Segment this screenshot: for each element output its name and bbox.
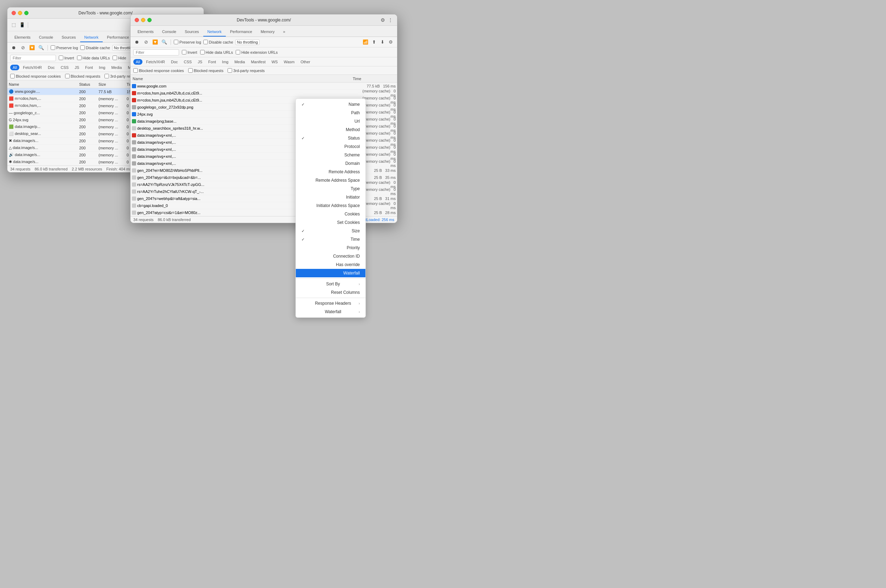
disable-cache-front[interactable]: Disable cache — [203, 40, 233, 44]
menu-item-waterfall-2[interactable]: Waterfall › — [296, 308, 366, 316]
menu-item-set-cookies[interactable]: Set Cookies — [296, 218, 366, 227]
type-doc-front[interactable]: Doc — [168, 59, 181, 64]
wifi-icon[interactable]: 📶 — [362, 39, 369, 46]
type-js-back[interactable]: JS — [72, 64, 81, 70]
type-media-back[interactable]: Media — [109, 64, 124, 70]
import-icon[interactable]: ⬆ — [370, 39, 378, 46]
maximize-button-front[interactable] — [147, 18, 152, 22]
menu-item-has-override[interactable]: Has override — [296, 260, 366, 269]
menu-item-type[interactable]: Type — [296, 184, 366, 193]
tab-console-front[interactable]: Console — [158, 27, 181, 36]
tab-elements-back[interactable]: Elements — [10, 33, 35, 42]
disable-cache-checkbox-front[interactable] — [203, 40, 208, 44]
blocked-response-front[interactable]: Blocked response cookies — [133, 68, 184, 73]
menu-item-scheme[interactable]: Scheme — [296, 151, 366, 159]
minimize-button-back[interactable] — [18, 11, 22, 15]
header-time-front[interactable]: Time — [350, 76, 393, 81]
clear-button-front[interactable]: ⊘ — [143, 39, 149, 46]
tab-sources-front[interactable]: Sources — [181, 27, 203, 36]
menu-item-initiator[interactable]: Initiator — [296, 193, 366, 201]
tab-network-back[interactable]: Network — [80, 33, 103, 42]
blocked-response-back[interactable]: Blocked response cookies — [10, 74, 61, 78]
menu-item-sort-by[interactable]: Sort By › — [296, 280, 366, 288]
export-icon[interactable]: ⬇ — [379, 39, 386, 46]
type-js-front[interactable]: JS — [195, 59, 205, 64]
close-button-back[interactable] — [12, 11, 16, 15]
blocked-requests-back[interactable]: Blocked requests — [65, 74, 100, 78]
inspect-icon[interactable]: ⬚ — [10, 21, 17, 28]
type-font-back[interactable]: Font — [83, 64, 95, 70]
menu-item-cookies[interactable]: Cookies — [296, 210, 366, 218]
type-doc-back[interactable]: Doc — [45, 64, 57, 70]
type-other-front[interactable]: Other — [298, 59, 313, 64]
menu-item-remote-address-space[interactable]: Remote Address Space — [296, 176, 366, 184]
filter-toggle-back[interactable]: 🔽 — [29, 44, 36, 51]
more-icon[interactable]: ⋮ — [388, 17, 393, 23]
menu-item-domain[interactable]: Domain — [296, 159, 366, 168]
tab-console-back[interactable]: Console — [35, 33, 57, 42]
close-button-front[interactable] — [135, 18, 139, 22]
disable-cache-back[interactable]: Disable cache — [80, 45, 110, 50]
menu-item-priority[interactable]: Priority — [296, 244, 366, 252]
settings-icon[interactable]: ⚙ — [381, 17, 385, 23]
minimize-button-front[interactable] — [141, 18, 145, 22]
menu-item-path[interactable]: Path — [296, 109, 366, 117]
type-ws-front[interactable]: WS — [269, 59, 280, 64]
menu-item-response-headers[interactable]: Response Headers › — [296, 299, 366, 308]
type-css-front[interactable]: CSS — [182, 59, 194, 64]
tab-network-front[interactable]: Network — [203, 27, 226, 36]
header-name-back[interactable]: Name — [8, 82, 78, 87]
tab-performance-back[interactable]: Performance — [103, 33, 133, 42]
record-button-back[interactable]: ⏺ — [10, 44, 17, 51]
search-button-front[interactable]: 🔍 — [161, 39, 168, 46]
type-media-front[interactable]: Media — [232, 59, 247, 64]
preserve-log-front[interactable]: Preserve log — [174, 40, 201, 44]
menu-item-size[interactable]: Size — [296, 227, 366, 235]
invert-checkbox-front[interactable]: Invert — [182, 50, 197, 54]
blocked-requests-front[interactable]: Blocked requests — [188, 68, 223, 73]
menu-item-time[interactable]: Time — [296, 235, 366, 244]
header-name-front[interactable]: Name — [131, 76, 350, 81]
filter-toggle-front[interactable]: 🔽 — [152, 39, 159, 46]
header-status-back[interactable]: Status — [78, 82, 97, 87]
settings-icon-front[interactable]: ⚙ — [387, 39, 394, 46]
invert-checkbox-back[interactable]: Invert — [59, 56, 74, 60]
type-img-back[interactable]: Img — [96, 64, 108, 70]
tab-more-front[interactable]: » — [279, 27, 289, 36]
tab-performance-front[interactable]: Performance — [226, 27, 256, 36]
preserve-log-checkbox-front[interactable] — [174, 40, 178, 44]
type-xhr-back[interactable]: Fetch/XHR — [20, 64, 44, 70]
menu-item-remote-address[interactable]: Remote Address — [296, 168, 366, 176]
menu-item-method[interactable]: Method — [296, 126, 366, 134]
preserve-log-back[interactable]: Preserve log — [51, 45, 78, 50]
filter-input-front[interactable] — [133, 49, 179, 56]
third-party-front[interactable]: 3rd-party requests — [227, 68, 265, 73]
menu-item-url[interactable]: Url — [296, 117, 366, 126]
type-manifest-front[interactable]: Manifest — [248, 59, 268, 64]
type-xhr-front[interactable]: Fetch/XHR — [143, 59, 167, 64]
maximize-button-back[interactable] — [24, 11, 29, 15]
tab-memory-front[interactable]: Memory — [256, 27, 279, 36]
menu-item-connection-id[interactable]: Connection ID — [296, 252, 366, 260]
type-img-front[interactable]: Img — [220, 59, 231, 64]
menu-item-reset-columns[interactable]: Reset Columns — [296, 288, 366, 297]
type-all-back[interactable]: All — [10, 64, 20, 70]
clear-button-back[interactable]: ⊘ — [20, 44, 26, 51]
menu-item-name[interactable]: Name — [296, 100, 366, 109]
hide-ext-front[interactable]: Hide extension URLs — [236, 50, 278, 54]
hide-ext-back[interactable]: Hide — [113, 56, 126, 60]
type-font-front[interactable]: Font — [206, 59, 218, 64]
menu-item-status[interactable]: Status — [296, 134, 366, 142]
menu-item-waterfall[interactable]: Waterfall — [296, 269, 366, 277]
type-wasm-front[interactable]: Wasm — [281, 59, 297, 64]
menu-item-protocol[interactable]: Protocol — [296, 142, 366, 151]
menu-item-initiator-space[interactable]: Initiator Address Space — [296, 201, 366, 210]
preserve-log-checkbox-back[interactable] — [51, 45, 55, 50]
record-button-front[interactable]: ⏺ — [133, 39, 140, 46]
device-icon[interactable]: 📱 — [19, 21, 26, 28]
filter-input-back[interactable] — [10, 55, 56, 61]
search-button-back[interactable]: 🔍 — [38, 44, 45, 51]
tab-sources-back[interactable]: Sources — [57, 33, 80, 42]
type-css-back[interactable]: CSS — [59, 64, 71, 70]
tab-elements-front[interactable]: Elements — [133, 27, 158, 36]
